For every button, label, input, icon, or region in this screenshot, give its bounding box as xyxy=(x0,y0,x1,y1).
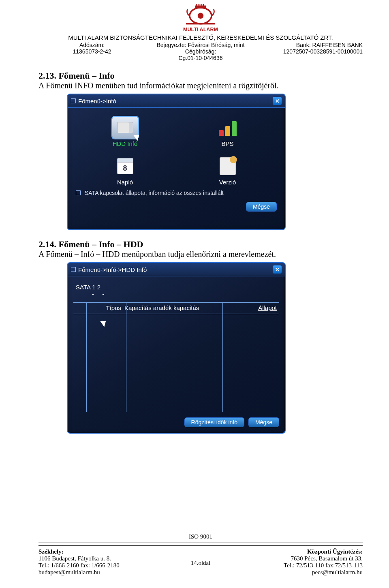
status-row: SATA kapcsolat állapota, információ az ö… xyxy=(76,190,277,196)
info-window: Főmenü->Infó ✕ HDD Infó BPS 8 Napló xyxy=(67,94,286,230)
office-phone: Tel.: 72/513-110 fax:72/513-113 xyxy=(239,562,363,569)
window-title: Főmenü->Infó xyxy=(78,98,116,105)
checkbox-icon xyxy=(76,190,81,195)
header-divider xyxy=(38,63,363,63)
bps-icon xyxy=(215,117,241,139)
footer-divider-top xyxy=(38,543,363,543)
hdd-table: Típus Kapacítás aradék kapacitás Állapot xyxy=(73,302,279,412)
tax-number: 11365073-2-42 xyxy=(38,48,145,55)
bank-label: Bank: RAIFFEISEN BANK xyxy=(256,42,363,48)
cancel-button[interactable]: Mégse xyxy=(248,417,279,427)
company-name: MULTI ALARM BIZTONSÁGTECHNIKAI FEJLESZTŐ… xyxy=(38,34,363,41)
company-logo: MULTI ALARM xyxy=(182,4,219,33)
version-item[interactable]: Verzió xyxy=(178,155,277,186)
section-213-text: A Főmenü INFO menüben tud információkat … xyxy=(38,81,363,90)
bank-number: 12072507-00328591-00100001 xyxy=(256,48,363,55)
hdd-info-label: HDD Infó xyxy=(76,140,174,147)
window-icon xyxy=(71,267,76,272)
sata-row: SATA 1 2 - - xyxy=(76,284,279,297)
log-item[interactable]: 8 Napló xyxy=(76,155,174,186)
recording-times-button[interactable]: Rögzítési idők infó xyxy=(184,417,244,427)
logo-text: MULTI ALARM xyxy=(183,27,218,32)
svg-rect-4 xyxy=(196,4,197,6)
hdd-info-item[interactable]: HDD Infó xyxy=(76,117,174,147)
svg-rect-5 xyxy=(199,4,200,6)
calendar-icon: 8 xyxy=(112,155,138,177)
hdd-icon xyxy=(112,117,138,139)
sata-label: SATA 1 2 xyxy=(76,284,100,291)
registration-number: Cg.01-10-044636 xyxy=(147,55,254,61)
window-icon xyxy=(71,98,76,103)
window-titlebar: Főmenü->Infó->HDD Infó ✕ xyxy=(68,263,285,276)
close-button[interactable]: ✕ xyxy=(273,265,282,274)
header-columns: Adószám: 11365073-2-42 Bejegyezte: Fővár… xyxy=(38,42,363,61)
page-number: 14.oldal xyxy=(162,560,239,567)
section-213-title: 2.13. Főmenü – Info xyxy=(38,71,363,81)
svg-rect-2 xyxy=(186,23,215,25)
hq-phone: Tel.: 1/666-2160 fax: 1/666-2180 xyxy=(38,562,162,569)
table-header-row: Típus Kapacítás aradék kapacitás Állapot xyxy=(73,303,279,314)
window-title: Főmenü->Infó->HDD Infó xyxy=(78,266,147,273)
close-button[interactable]: ✕ xyxy=(273,97,282,105)
log-label: Napló xyxy=(76,179,174,186)
hdd-info-window: Főmenü->Infó->HDD Infó ✕ SATA 1 2 - - Tí… xyxy=(67,262,286,434)
footer-center: 14.oldal xyxy=(162,548,239,576)
svg-point-1 xyxy=(198,13,203,19)
hq-email: budapest@multialarm.hu xyxy=(38,569,162,576)
section-214-title: 2.14. Főmenü – Info – HDD xyxy=(38,239,363,250)
bps-item[interactable]: BPS xyxy=(178,117,277,147)
status-text: SATA kapcsolat állapota, információ az ö… xyxy=(85,190,224,196)
footer-right: Központi Ügyintézés: 7630 Pécs, Basamalo… xyxy=(239,548,363,576)
office-address: 7630 Pécs, Basamalom út 33. xyxy=(239,555,363,562)
cursor-icon xyxy=(102,319,107,327)
version-label: Verzió xyxy=(178,179,277,186)
version-icon xyxy=(215,155,241,177)
svg-rect-6 xyxy=(201,4,202,6)
bps-label: BPS xyxy=(178,140,277,147)
office-email: pecs@multialarm.hu xyxy=(239,569,363,576)
footer-divider-bottom xyxy=(38,545,363,546)
col-type: Típus xyxy=(88,304,124,311)
window-titlebar: Főmenü->Infó ✕ xyxy=(68,94,285,108)
page-footer: ISO 9001 Székhely: 1106 Budapest, Fátyol… xyxy=(38,533,363,576)
footer-left: Székhely: 1106 Budapest, Fátyolka u. 8. … xyxy=(38,548,162,576)
table-body xyxy=(73,314,279,407)
section-214-text: A Főmenü – Infó – HDD menüpontban tudja … xyxy=(38,250,363,259)
page-header: MULTI ALARM MULTI ALARM BIZTONSÁGTECHNIK… xyxy=(38,4,363,63)
iso-label: ISO 9001 xyxy=(38,533,363,540)
office-label: Központi Ügyintézés: xyxy=(239,548,363,555)
cancel-button[interactable]: Mégse xyxy=(246,202,277,212)
col-capacity: Kapacítás aradék kapacitás xyxy=(124,304,244,311)
cursor-icon xyxy=(135,133,141,141)
sata-values: - - xyxy=(92,291,107,297)
tax-label: Adószám: xyxy=(38,42,145,48)
registration-label: Bejegyezte: Fővárosi Bíróság, mint Cégbí… xyxy=(147,42,254,55)
svg-rect-7 xyxy=(203,4,204,6)
hq-address: 1106 Budapest, Fátyolka u. 8. xyxy=(38,555,162,562)
col-status: Állapot xyxy=(244,304,277,311)
hq-label: Székhely: xyxy=(38,548,162,555)
